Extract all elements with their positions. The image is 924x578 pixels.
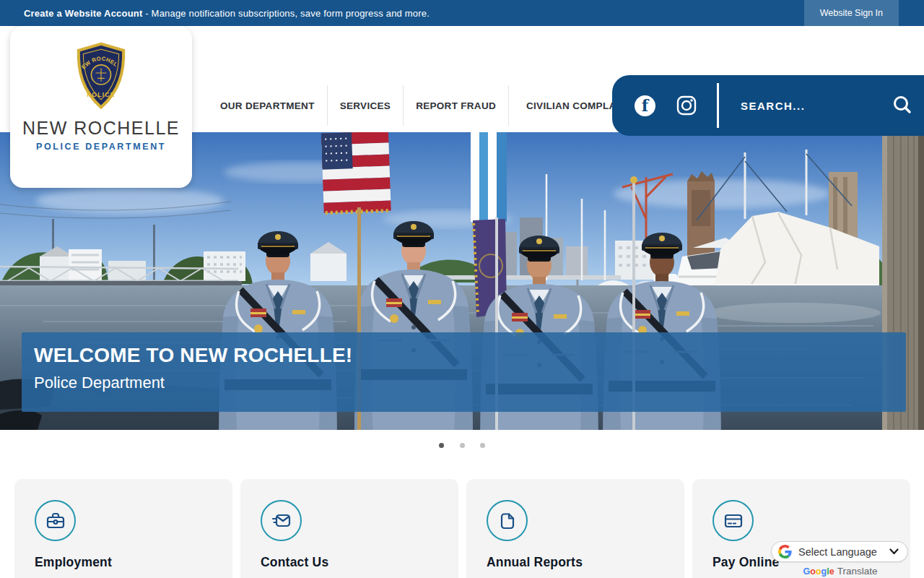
main-navigation: OUR DEPARTMENT SERVICES REPORT FRAUD CIV… (208, 85, 677, 126)
welcome-banner: WELCOME TO NEW ROCHELLE! Police Departme… (22, 332, 906, 412)
banner-title: WELCOME TO NEW ROCHELLE! (34, 344, 906, 367)
google-logo-icon (778, 545, 792, 558)
select-language-dropdown[interactable]: Select Language (771, 541, 908, 562)
facebook-icon[interactable]: f (635, 95, 655, 116)
instagram-icon[interactable] (676, 95, 697, 116)
mail-send-icon (261, 500, 302, 541)
carousel-dot-2[interactable] (460, 443, 465, 448)
topbar-message-text: - Manage notification subscriptions, sav… (145, 8, 430, 19)
briefcase-icon (35, 500, 76, 541)
quick-link-label: Annual Reports (487, 555, 684, 570)
carousel-dot-3[interactable] (480, 443, 485, 448)
search-button[interactable] (891, 94, 914, 117)
quick-link-label: Employment (35, 555, 232, 570)
quick-link-card-employment[interactable]: Employment (14, 479, 232, 578)
top-utility-bar: Create a Website Account - Manage notifi… (0, 0, 924, 26)
social-search-bar: f (612, 75, 924, 136)
chevron-down-icon (889, 548, 899, 555)
search-input[interactable] (741, 100, 891, 112)
google-wordmark: Google (803, 566, 834, 577)
logo-subtitle: POLICE DEPARTMENT (10, 142, 192, 152)
nav-item-services[interactable]: SERVICES (328, 100, 403, 111)
nav-item-report-fraud[interactable]: REPORT FRAUD (404, 100, 508, 111)
topbar-message: Create a Website Account - Manage notifi… (24, 8, 430, 19)
google-translate-widget: Select Language GoogleTranslate (771, 541, 910, 577)
svg-text:POLICE: POLICE (87, 91, 115, 98)
translate-label: Translate (837, 566, 878, 577)
credit-card-icon (712, 500, 754, 541)
carousel-dot-1[interactable] (439, 443, 444, 448)
site-logo[interactable]: NEW ROCHELLE POLICE NEW ROCHELLE POLICE … (10, 26, 192, 188)
create-account-link[interactable]: Create a Website Account (24, 8, 142, 19)
nav-item-our-department[interactable]: OUR DEPARTMENT (208, 100, 327, 111)
quick-link-card-contact-us[interactable]: Contact Us (240, 479, 458, 578)
website-signin-button[interactable]: Website Sign In (804, 0, 899, 26)
quick-link-label: Contact Us (261, 555, 458, 570)
police-badge-icon: NEW ROCHELLE POLICE (71, 42, 131, 111)
magnifier-icon (891, 94, 914, 117)
google-translate-attribution: GoogleTranslate (771, 566, 910, 577)
quick-link-card-annual-reports[interactable]: Annual Reports (466, 479, 684, 578)
banner-subtitle: Police Department (34, 374, 906, 392)
search-divider (717, 83, 719, 128)
select-language-label: Select Language (798, 546, 889, 558)
carousel-dots (0, 438, 924, 451)
logo-title: NEW ROCHELLE (10, 118, 192, 139)
document-icon (487, 500, 528, 541)
